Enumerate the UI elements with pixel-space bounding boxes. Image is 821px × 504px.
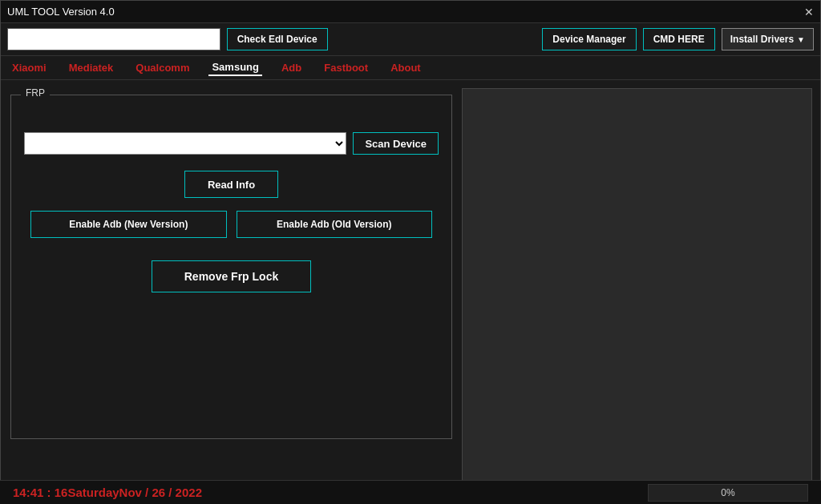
statusbar: 14:41 : 16 Saturday Nov / 26 / 2022 0% [0,480,821,504]
cmd-here-button[interactable]: CMD HERE [643,28,715,50]
enable-adb-row: Enable Adb (New Version) Enable Adb (Old… [30,211,432,238]
main-content: FRP Scan Device Read Info Enable Adb (Ne… [1,80,820,504]
dropdown-arrow-icon: ▼ [797,35,805,44]
tab-qualcomm[interactable]: Qualcomm [132,60,192,75]
tab-fastboot[interactable]: Fastboot [321,60,371,75]
status-day: Saturday [67,486,119,499]
enable-adb-old-button[interactable]: Enable Adb (Old Version) [237,211,433,238]
install-drivers-button[interactable]: Install Drivers ▼ [722,28,814,50]
remove-frp-row: Remove Frp Lock [24,260,439,292]
device-dropdown[interactable] [24,132,346,155]
tab-xiaomi[interactable]: Xiaomi [9,60,50,75]
right-panel [462,88,812,504]
scan-device-button[interactable]: Scan Device [353,132,439,155]
remove-frp-lock-button[interactable]: Remove Frp Lock [152,260,311,292]
tab-about[interactable]: About [387,60,424,75]
status-date: Nov / 26 / 2022 [119,486,202,499]
search-input[interactable] [7,28,220,50]
read-info-row: Read Info [24,171,439,198]
close-button[interactable]: ✕ [804,6,814,18]
progress-bar: 0% [648,484,808,502]
check-edl-device-button[interactable]: Check Edl Device [227,28,328,50]
left-panel: FRP Scan Device Read Info Enable Adb (Ne… [1,80,462,504]
frp-legend: FRP [21,87,50,99]
titlebar: UML TOOL Version 4.0 ✕ [1,1,820,23]
nav-tabs: Xiaomi Mediatek Qualcomm Samsung Adb Fas… [1,56,820,80]
progress-text: 0% [721,487,734,498]
device-manager-button[interactable]: Device Manager [542,28,636,50]
tab-mediatek[interactable]: Mediatek [66,60,117,75]
topbar: Check Edl Device Device Manager CMD HERE… [1,23,820,56]
status-time: 14:41 : 16 [13,486,67,499]
tab-adb[interactable]: Adb [278,60,305,75]
read-info-button[interactable]: Read Info [184,171,278,198]
titlebar-title: UML TOOL Version 4.0 [7,6,115,18]
frp-group: FRP Scan Device Read Info Enable Adb (Ne… [10,95,452,439]
tab-samsung[interactable]: Samsung [208,59,262,76]
enable-adb-new-button[interactable]: Enable Adb (New Version) [30,211,227,238]
scan-row: Scan Device [24,132,439,155]
